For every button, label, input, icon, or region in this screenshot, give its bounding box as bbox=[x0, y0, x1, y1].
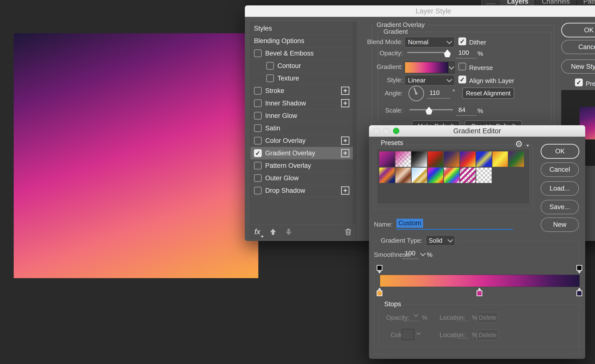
reverse-checkbox[interactable] bbox=[458, 63, 466, 70]
add-color-overlay-plus-icon[interactable]: + bbox=[341, 136, 349, 145]
pattern-overlay-checkbox[interactable] bbox=[254, 162, 262, 170]
preset-swatch[interactable] bbox=[412, 151, 427, 167]
list-item-pattern-overlay[interactable]: Pattern Overlay bbox=[250, 159, 353, 172]
name-input[interactable]: Custom bbox=[396, 219, 423, 228]
angle-degree-sign: ° bbox=[452, 88, 455, 96]
stop-color-swatch[interactable] bbox=[402, 329, 414, 340]
delete-opacity-stop-button[interactable]: Delete bbox=[477, 312, 498, 323]
color-overlay-checkbox[interactable] bbox=[254, 137, 262, 145]
list-item-bevel-emboss[interactable]: Bevel & Emboss bbox=[250, 47, 353, 60]
styles-list-scrollbar[interactable] bbox=[353, 22, 356, 239]
scale-value-field[interactable]: 84 bbox=[456, 106, 476, 116]
delete-effect-button[interactable] bbox=[345, 228, 352, 237]
preset-swatch[interactable] bbox=[460, 151, 476, 167]
gradient-swatch-preview bbox=[405, 62, 448, 73]
window-close-button[interactable] bbox=[373, 128, 380, 134]
tab-layers[interactable]: Layers bbox=[501, 0, 535, 6]
move-effect-down-button[interactable] bbox=[286, 229, 292, 235]
stroke-checkbox[interactable] bbox=[254, 87, 262, 95]
color-stop-middle[interactable] bbox=[476, 288, 483, 297]
blend-mode-select[interactable]: Normal bbox=[405, 37, 455, 47]
list-item-drop-shadow[interactable]: Drop Shadow+ bbox=[250, 184, 353, 197]
chevron-down-icon bbox=[447, 77, 452, 82]
outer-glow-checkbox[interactable] bbox=[254, 174, 262, 182]
gradient-editor-cancel-button[interactable]: Cancel bbox=[541, 162, 579, 177]
angle-dial[interactable] bbox=[408, 86, 424, 101]
delete-color-stop-button[interactable]: Delete bbox=[477, 329, 498, 341]
opacity-stop-left[interactable] bbox=[377, 265, 383, 275]
list-item-stroke[interactable]: Stroke+ bbox=[250, 85, 353, 97]
list-item-blending-options[interactable]: Blending Options bbox=[250, 35, 353, 47]
preset-swatch[interactable] bbox=[412, 168, 427, 183]
add-drop-shadow-plus-icon[interactable]: + bbox=[341, 186, 349, 195]
list-item-satin[interactable]: Satin bbox=[250, 122, 353, 135]
inner-glow-checkbox[interactable] bbox=[254, 112, 262, 120]
contour-checkbox[interactable] bbox=[266, 62, 274, 70]
drop-shadow-checkbox[interactable] bbox=[254, 187, 262, 194]
add-inner-shadow-plus-icon[interactable]: + bbox=[341, 99, 349, 107]
list-item-color-overlay[interactable]: Color Overlay+ bbox=[250, 135, 353, 147]
gradient-editor-titlebar[interactable]: Gradient Editor bbox=[369, 125, 585, 137]
style-select[interactable]: Linear bbox=[405, 75, 455, 86]
fx-menu-button[interactable]: fx bbox=[254, 228, 260, 236]
preset-swatch[interactable] bbox=[428, 151, 443, 167]
preset-swatch[interactable] bbox=[476, 168, 492, 183]
inner-shadow-checkbox[interactable] bbox=[254, 99, 262, 107]
opacity-stop-right[interactable] bbox=[576, 265, 583, 275]
tab-channels[interactable]: Channels bbox=[536, 0, 576, 6]
tab-paths[interactable]: Paths bbox=[577, 0, 595, 6]
preview-checkbox[interactable]: ✓ bbox=[575, 79, 583, 86]
preset-swatch[interactable] bbox=[379, 151, 395, 167]
load-button[interactable]: Load... bbox=[541, 181, 579, 196]
bevel-emboss-checkbox[interactable] bbox=[254, 49, 262, 57]
add-gradient-overlay-plus-icon[interactable]: + bbox=[341, 149, 349, 157]
dither-checkbox[interactable]: ✓ bbox=[458, 37, 466, 45]
preset-swatch[interactable] bbox=[395, 151, 411, 167]
list-item-inner-shadow[interactable]: Inner Shadow+ bbox=[250, 97, 353, 110]
gradient-preview-bar[interactable] bbox=[380, 275, 580, 287]
angle-value-field[interactable]: 110 bbox=[427, 89, 450, 99]
window-zoom-button[interactable] bbox=[393, 128, 399, 134]
smoothness-value-field[interactable]: 100 bbox=[402, 250, 418, 259]
color-stop-right[interactable] bbox=[576, 288, 583, 297]
list-item-gradient-overlay[interactable]: ✓Gradient Overlay+ bbox=[250, 147, 353, 159]
list-item-styles[interactable]: Styles bbox=[250, 22, 353, 35]
move-effect-up-button[interactable] bbox=[270, 229, 276, 235]
preset-swatch[interactable] bbox=[476, 151, 492, 167]
layer-style-titlebar[interactable]: Layer Style bbox=[245, 5, 595, 17]
new-button[interactable]: New bbox=[541, 217, 579, 232]
preset-swatch[interactable] bbox=[509, 151, 524, 167]
presets-menu-button[interactable]: ⚙ bbox=[515, 139, 523, 149]
list-item-inner-glow[interactable]: Inner Glow bbox=[250, 110, 353, 122]
list-item-texture[interactable]: Texture bbox=[250, 72, 353, 85]
new-style-button[interactable]: New Style... bbox=[561, 59, 595, 74]
preset-swatch[interactable] bbox=[428, 168, 443, 183]
preset-swatch[interactable] bbox=[379, 168, 395, 183]
gradient-swatch-dropdown[interactable] bbox=[448, 62, 454, 73]
layer-style-cancel-button[interactable]: Cancel bbox=[561, 40, 595, 54]
list-item-contour[interactable]: Contour bbox=[250, 60, 353, 72]
preset-swatch[interactable] bbox=[460, 168, 476, 183]
satin-checkbox[interactable] bbox=[254, 124, 262, 132]
texture-checkbox[interactable] bbox=[266, 74, 274, 82]
gradient-swatch-button[interactable] bbox=[405, 62, 455, 73]
save-button[interactable]: Save... bbox=[541, 200, 579, 214]
gradient-type-select[interactable]: Solid bbox=[426, 235, 455, 246]
stop-color-location-field[interactable] bbox=[457, 328, 469, 339]
color-stop-left[interactable] bbox=[377, 288, 383, 297]
reset-alignment-button[interactable]: Reset Alignment bbox=[462, 88, 514, 99]
preset-swatch[interactable] bbox=[492, 151, 508, 167]
align-with-layer-checkbox[interactable]: ✓ bbox=[458, 76, 466, 83]
preset-swatch[interactable] bbox=[444, 168, 459, 183]
layer-style-ok-button[interactable]: OK bbox=[561, 23, 595, 37]
gradient-overlay-checkbox[interactable]: ✓ bbox=[254, 149, 262, 157]
list-item-outer-glow[interactable]: Outer Glow bbox=[250, 172, 353, 184]
add-stroke-plus-icon[interactable]: + bbox=[341, 87, 349, 95]
stop-opacity-location-field[interactable] bbox=[457, 310, 469, 321]
opacity-slider-track[interactable] bbox=[407, 52, 451, 53]
preset-swatch[interactable] bbox=[444, 151, 459, 167]
opacity-value-field[interactable]: 100 bbox=[456, 49, 476, 58]
preset-swatch[interactable] bbox=[395, 168, 411, 183]
gradient-editor-ok-button[interactable]: OK bbox=[541, 144, 579, 159]
window-minimize-button[interactable] bbox=[383, 128, 390, 134]
